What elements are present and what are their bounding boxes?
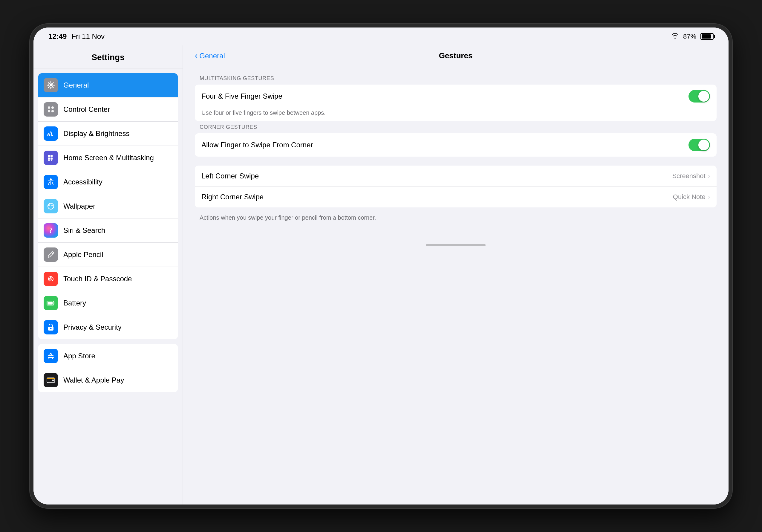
value-left-corner: Screenshot › bbox=[672, 172, 710, 180]
status-date: Fri 11 Nov bbox=[71, 32, 105, 40]
label-four-five-finger: Four & Five Finger Swipe bbox=[201, 92, 282, 101]
right-header: ‹ General Gestures bbox=[183, 45, 728, 66]
sidebar-title: Settings bbox=[34, 45, 183, 68]
status-right: 87% bbox=[671, 32, 714, 40]
general-icon bbox=[43, 78, 58, 92]
svg-rect-9 bbox=[50, 155, 52, 157]
siri-icon bbox=[43, 223, 58, 238]
appstore-icon bbox=[43, 349, 58, 363]
value-right-corner: Quick Note › bbox=[673, 193, 710, 201]
svg-point-17 bbox=[49, 204, 50, 206]
svg-point-15 bbox=[50, 179, 52, 180]
sidebar-label-wallet: Wallet & Apple Pay bbox=[63, 376, 124, 384]
label-right-corner: Right Corner Swipe bbox=[201, 193, 264, 201]
sidebar-item-battery[interactable]: Battery bbox=[38, 291, 178, 315]
svg-point-2 bbox=[48, 107, 50, 109]
section-header-multitasking: MULTITASKING GESTURES bbox=[195, 75, 717, 85]
sidebar-item-display[interactable]: A A Display & Brightness bbox=[38, 122, 178, 146]
ipad-frame: 12:49 Fri 11 Nov 87% bbox=[30, 24, 732, 508]
svg-point-16 bbox=[48, 203, 54, 209]
toggle-thumb bbox=[698, 91, 709, 102]
sublabel-four-five-finger: Use four or five fingers to swipe betwee… bbox=[195, 108, 717, 121]
sidebar-item-siri[interactable]: Siri & Search bbox=[38, 218, 178, 243]
privacy-icon bbox=[43, 320, 58, 335]
pencil-icon bbox=[43, 248, 58, 262]
right-panel: ‹ General Gestures MULTITASKING GESTURES… bbox=[183, 45, 728, 504]
card-corner-swipe: Left Corner Swipe Screenshot › Right Cor… bbox=[195, 166, 717, 207]
touchid-icon bbox=[43, 272, 58, 286]
card-multitasking: Four & Five Finger Swipe Use four or fiv… bbox=[195, 85, 717, 121]
sidebar-item-general[interactable]: General bbox=[38, 73, 178, 98]
sidebar-label-wallpaper: Wallpaper bbox=[63, 202, 95, 210]
svg-point-4 bbox=[48, 110, 50, 113]
sidebar-item-control-center[interactable]: Control Center bbox=[38, 98, 178, 122]
toggle-four-five-finger[interactable] bbox=[689, 90, 710, 103]
svg-rect-20 bbox=[47, 302, 52, 305]
home-screen-icon bbox=[43, 151, 58, 165]
section-header-corner: CORNER GESTURES bbox=[195, 124, 717, 133]
row-four-five-finger: Four & Five Finger Swipe bbox=[195, 85, 717, 108]
value-text-left: Screenshot bbox=[672, 172, 705, 180]
battery-icon bbox=[701, 33, 714, 40]
main-content: Settings General bbox=[34, 45, 728, 504]
back-button[interactable]: ‹ General bbox=[195, 52, 225, 60]
sidebar-label-privacy: Privacy & Security bbox=[63, 323, 121, 332]
row-allow-corner: Allow Finger to Swipe From Corner bbox=[195, 133, 717, 157]
sidebar: Settings General bbox=[34, 45, 183, 504]
sidebar-item-home-screen[interactable]: Home Screen & Multitasking bbox=[38, 146, 178, 170]
wallet-icon bbox=[43, 373, 58, 387]
row-left-corner[interactable]: Left Corner Swipe Screenshot › bbox=[195, 166, 717, 187]
sidebar-item-pencil[interactable]: Apple Pencil bbox=[38, 243, 178, 267]
sidebar-label-appstore: App Store bbox=[63, 352, 95, 360]
svg-point-5 bbox=[51, 110, 54, 113]
svg-rect-13 bbox=[49, 160, 50, 161]
home-indicator bbox=[183, 240, 728, 251]
svg-text:A: A bbox=[47, 132, 50, 137]
sidebar-label-display: Display & Brightness bbox=[63, 129, 129, 138]
sidebar-label-control-center: Control Center bbox=[63, 105, 110, 114]
sidebar-label-accessibility: Accessibility bbox=[63, 178, 103, 186]
value-text-right: Quick Note bbox=[673, 193, 706, 201]
home-bar bbox=[426, 244, 486, 246]
wallpaper-icon bbox=[43, 199, 58, 213]
sidebar-item-privacy[interactable]: Privacy & Security bbox=[38, 315, 178, 339]
svg-point-0 bbox=[49, 84, 52, 86]
battery-percentage: 87% bbox=[683, 33, 696, 40]
sidebar-section-apps: App Store Wallet & Apple Pay bbox=[38, 344, 178, 392]
svg-rect-25 bbox=[47, 378, 55, 378]
back-label: General bbox=[199, 52, 225, 60]
toggle-allow-corner[interactable] bbox=[689, 139, 710, 151]
card-corner: Allow Finger to Swipe From Corner bbox=[195, 133, 717, 157]
svg-rect-10 bbox=[48, 158, 50, 160]
sidebar-label-touchid: Touch ID & Passcode bbox=[63, 275, 132, 283]
label-allow-corner: Allow Finger to Swipe From Corner bbox=[201, 141, 313, 149]
row-right-corner[interactable]: Right Corner Swipe Quick Note › bbox=[195, 187, 717, 207]
ipad-screen: 12:49 Fri 11 Nov 87% bbox=[34, 28, 728, 504]
sidebar-item-wallpaper[interactable]: Wallpaper bbox=[38, 194, 178, 218]
svg-point-18 bbox=[50, 278, 51, 279]
svg-rect-26 bbox=[52, 380, 54, 381]
svg-rect-12 bbox=[48, 160, 49, 161]
chevron-right-left-corner: › bbox=[708, 172, 710, 180]
right-content: MULTITASKING GESTURES Four & Five Finger… bbox=[183, 66, 728, 240]
svg-rect-8 bbox=[48, 155, 50, 157]
label-left-corner: Left Corner Swipe bbox=[201, 172, 259, 180]
sidebar-label-battery: Battery bbox=[63, 299, 86, 307]
sidebar-item-wallet[interactable]: Wallet & Apple Pay bbox=[38, 368, 178, 392]
chevron-right-right-corner: › bbox=[708, 193, 710, 201]
wifi-icon bbox=[671, 32, 679, 40]
sidebar-item-accessibility[interactable]: Accessibility bbox=[38, 170, 178, 194]
sidebar-item-appstore[interactable]: App Store bbox=[38, 344, 178, 368]
toggle-thumb-corner bbox=[698, 140, 709, 150]
battery-fill bbox=[702, 35, 711, 38]
sidebar-label-pencil: Apple Pencil bbox=[63, 251, 103, 259]
sidebar-label-general: General bbox=[63, 81, 89, 89]
display-icon: A A bbox=[43, 126, 58, 141]
svg-rect-14 bbox=[51, 160, 52, 161]
sidebar-label-home-screen: Home Screen & Multitasking bbox=[63, 154, 154, 162]
svg-rect-11 bbox=[50, 158, 52, 160]
sidebar-item-touchid[interactable]: Touch ID & Passcode bbox=[38, 267, 178, 291]
svg-point-3 bbox=[51, 107, 54, 109]
footer-note-corner: Actions when you swipe your finger or pe… bbox=[195, 210, 717, 231]
battery-sidebar-icon bbox=[43, 296, 58, 310]
